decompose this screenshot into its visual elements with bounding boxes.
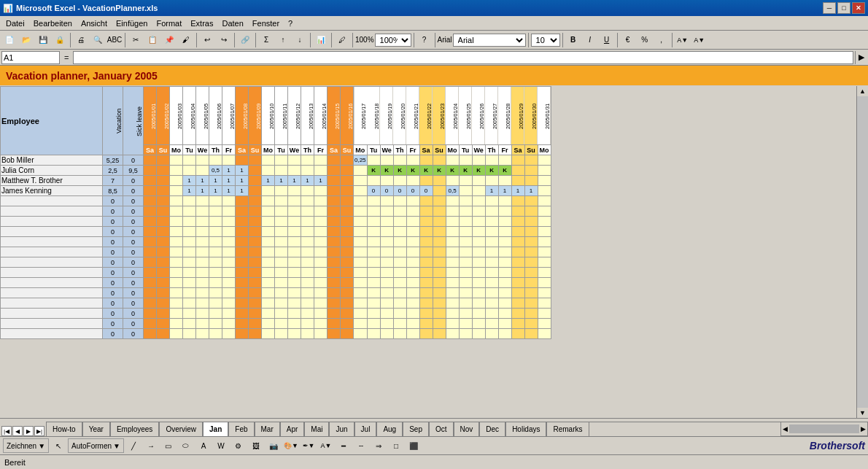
empty-day-6-25[interactable] bbox=[459, 257, 472, 268]
empty-day-7-23[interactable] bbox=[433, 268, 446, 278]
empty-day-11-8[interactable] bbox=[236, 309, 249, 319]
empty-day-4-1[interactable] bbox=[144, 237, 157, 247]
empty-day-13-21[interactable] bbox=[406, 329, 419, 339]
empty-day-12-20[interactable] bbox=[393, 319, 406, 329]
empty-day-0-13[interactable] bbox=[301, 196, 314, 206]
empty-day-1-15[interactable] bbox=[328, 206, 341, 217]
day-cell-2-17[interactable] bbox=[354, 166, 368, 176]
empty-day-9-31[interactable] bbox=[538, 288, 551, 298]
empty-day-12-30[interactable] bbox=[524, 319, 538, 329]
empty-day-0-25[interactable] bbox=[459, 196, 472, 206]
sheet-tab-jun[interactable]: Jun bbox=[329, 422, 354, 436]
empty-day-12-22[interactable] bbox=[419, 319, 433, 329]
empty-day-4-9[interactable] bbox=[249, 237, 262, 247]
empty-day-0-26[interactable] bbox=[472, 196, 485, 206]
empty-day-8-15[interactable] bbox=[328, 278, 341, 288]
day-cell-2-16[interactable] bbox=[341, 166, 354, 176]
close-button[interactable]: ✕ bbox=[852, 2, 865, 14]
empty-day-10-4[interactable] bbox=[183, 298, 196, 309]
empty-day-2-30[interactable] bbox=[524, 217, 538, 227]
empty-day-0-15[interactable] bbox=[328, 196, 341, 206]
arrow-icon[interactable]: → bbox=[143, 438, 159, 454]
empty-day-12-2[interactable] bbox=[157, 319, 170, 329]
empty-day-9-7[interactable] bbox=[222, 288, 236, 298]
empty-day-8-6[interactable] bbox=[209, 278, 222, 288]
day-cell-1-29[interactable] bbox=[511, 155, 524, 166]
empty-day-9-27[interactable] bbox=[485, 288, 498, 298]
day-cell-4-7[interactable]: 1 bbox=[222, 186, 236, 196]
empty-day-10-29[interactable] bbox=[511, 298, 524, 309]
day-cell-2-4[interactable] bbox=[183, 166, 196, 176]
day-cell-4-13[interactable] bbox=[301, 186, 314, 196]
empty-day-7-29[interactable] bbox=[511, 268, 524, 278]
spellcheck-icon[interactable]: ABC bbox=[106, 32, 123, 48]
empty-day-6-21[interactable] bbox=[406, 257, 419, 268]
day-cell-3-13[interactable]: 1 bbox=[301, 176, 314, 186]
empty-day-8-17[interactable] bbox=[354, 278, 368, 288]
empty-day-3-9[interactable] bbox=[249, 227, 262, 237]
empty-day-8-2[interactable] bbox=[157, 278, 170, 288]
empty-day-6-31[interactable] bbox=[538, 257, 551, 268]
empty-day-2-28[interactable] bbox=[498, 217, 511, 227]
empty-day-12-25[interactable] bbox=[459, 319, 472, 329]
day-cell-3-1[interactable] bbox=[144, 176, 157, 186]
oval-icon[interactable]: ⬭ bbox=[178, 438, 194, 454]
empty-day-8-21[interactable] bbox=[406, 278, 419, 288]
empty-day-1-27[interactable] bbox=[485, 206, 498, 217]
day-cell-4-11[interactable] bbox=[275, 186, 288, 196]
empty-day-8-1[interactable] bbox=[144, 278, 157, 288]
menu-format[interactable]: Format bbox=[152, 18, 186, 29]
empty-day-13-20[interactable] bbox=[393, 329, 406, 339]
day-cell-3-31[interactable] bbox=[538, 176, 551, 186]
empty-day-4-6[interactable] bbox=[209, 237, 222, 247]
empty-day-3-26[interactable] bbox=[472, 227, 485, 237]
empty-day-4-20[interactable] bbox=[393, 237, 406, 247]
empty-day-5-31[interactable] bbox=[538, 247, 551, 257]
empty-day-8-31[interactable] bbox=[538, 278, 551, 288]
day-cell-1-7[interactable] bbox=[222, 155, 236, 166]
day-cell-2-3[interactable] bbox=[170, 166, 183, 176]
empty-day-13-14[interactable] bbox=[314, 329, 328, 339]
empty-day-8-20[interactable] bbox=[393, 278, 406, 288]
empty-day-3-12[interactable] bbox=[288, 227, 301, 237]
empty-day-5-13[interactable] bbox=[301, 247, 314, 257]
day-cell-4-4[interactable]: 1 bbox=[183, 186, 196, 196]
day-cell-2-29[interactable] bbox=[511, 166, 524, 176]
empty-day-0-8[interactable] bbox=[236, 196, 249, 206]
day-cell-2-27[interactable]: K bbox=[485, 166, 498, 176]
empty-day-12-14[interactable] bbox=[314, 319, 328, 329]
empty-day-12-16[interactable] bbox=[341, 319, 354, 329]
format-painter-icon[interactable]: 🖌 bbox=[178, 32, 194, 48]
empty-day-13-12[interactable] bbox=[288, 329, 301, 339]
empty-day-5-7[interactable] bbox=[222, 247, 236, 257]
empty-day-12-15[interactable] bbox=[328, 319, 341, 329]
day-cell-4-5[interactable]: 1 bbox=[196, 186, 209, 196]
empty-day-0-5[interactable] bbox=[196, 196, 209, 206]
empty-day-7-27[interactable] bbox=[485, 268, 498, 278]
empty-day-5-9[interactable] bbox=[249, 247, 262, 257]
empty-day-6-4[interactable] bbox=[183, 257, 196, 268]
day-cell-2-22[interactable]: K bbox=[419, 166, 433, 176]
sheet-tab-remarks[interactable]: Remarks bbox=[546, 422, 589, 436]
paste-icon[interactable]: 📌 bbox=[161, 32, 177, 48]
day-cell-1-21[interactable] bbox=[406, 155, 419, 166]
empty-day-13-8[interactable] bbox=[236, 329, 249, 339]
empty-day-2-1[interactable] bbox=[144, 217, 157, 227]
empty-day-3-27[interactable] bbox=[485, 227, 498, 237]
day-cell-3-25[interactable] bbox=[459, 176, 472, 186]
day-cell-4-19[interactable]: 0 bbox=[380, 186, 393, 196]
empty-day-5-26[interactable] bbox=[472, 247, 485, 257]
empty-day-11-29[interactable] bbox=[511, 309, 524, 319]
empty-day-7-16[interactable] bbox=[341, 268, 354, 278]
empty-day-7-22[interactable] bbox=[419, 268, 433, 278]
empty-day-8-10[interactable] bbox=[262, 278, 275, 288]
day-cell-1-28[interactable] bbox=[498, 155, 511, 166]
day-cell-3-23[interactable] bbox=[433, 176, 446, 186]
empty-day-2-10[interactable] bbox=[262, 217, 275, 227]
day-cell-4-18[interactable]: 0 bbox=[367, 186, 380, 196]
save-icon[interactable]: 💾 bbox=[35, 32, 51, 48]
empty-day-4-3[interactable] bbox=[170, 237, 183, 247]
empty-day-0-3[interactable] bbox=[170, 196, 183, 206]
empty-day-7-3[interactable] bbox=[170, 268, 183, 278]
empty-day-11-21[interactable] bbox=[406, 309, 419, 319]
